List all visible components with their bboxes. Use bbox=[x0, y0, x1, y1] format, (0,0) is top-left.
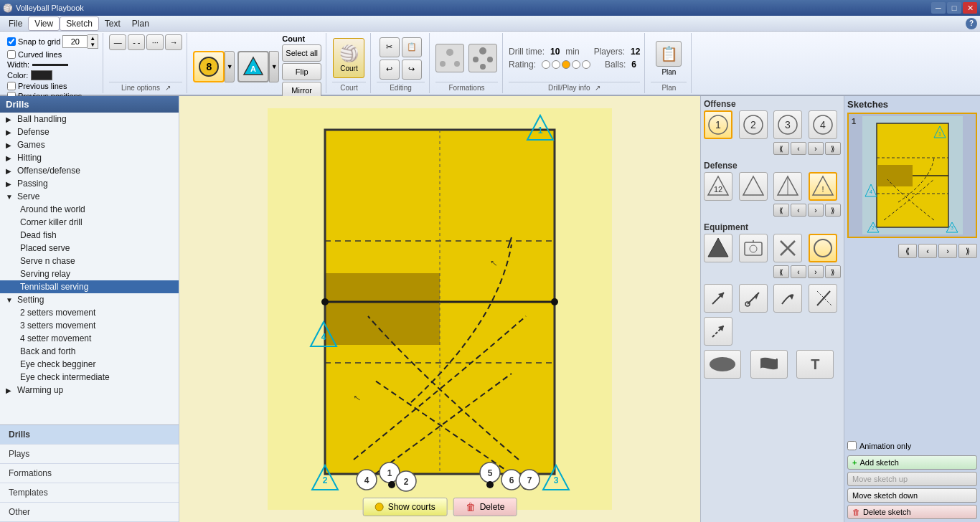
tree-games[interactable]: ▶ Games bbox=[0, 138, 179, 151]
player-3-circle[interactable]: 2 bbox=[396, 471, 416, 491]
defense-icon-3[interactable] bbox=[773, 172, 802, 201]
player-circle-dropdown[interactable]: ▼ bbox=[225, 51, 235, 82]
snap-spinbox[interactable]: 20 ▲ ▼ bbox=[62, 34, 98, 49]
defense-prev[interactable]: ‹ bbox=[791, 204, 806, 217]
shape-flag[interactable] bbox=[750, 350, 788, 379]
equip-first[interactable]: ⟪ bbox=[773, 265, 789, 278]
defense-first[interactable]: ⟪ bbox=[773, 204, 789, 217]
curved-lines-checkbox[interactable]: Curved lines bbox=[7, 50, 62, 59]
tree-dead-fish[interactable]: Dead fish bbox=[0, 229, 179, 242]
tree-4-setter[interactable]: 4 setter movement bbox=[0, 332, 179, 345]
arrow-5[interactable] bbox=[704, 317, 732, 346]
offense-next[interactable]: › bbox=[808, 142, 824, 155]
defense-icon-4[interactable]: ! bbox=[809, 172, 837, 201]
drill-info-expand[interactable]: ↗ bbox=[595, 84, 600, 92]
sketches-next[interactable]: › bbox=[938, 244, 957, 258]
edit-btn-2[interactable]: 📋 bbox=[402, 37, 422, 57]
sketch-thumbnail-1[interactable]: 1 1 bbox=[847, 113, 977, 238]
sidebar-other[interactable]: Other bbox=[0, 503, 179, 522]
offense-icon-1[interactable]: 1 bbox=[704, 110, 732, 139]
equip-icon-4[interactable] bbox=[809, 234, 837, 262]
tree-eye-check-beg[interactable]: Eye check begginer bbox=[0, 358, 179, 371]
defense-icon-1[interactable]: 12 bbox=[704, 172, 732, 201]
sidebar-formations[interactable]: Formations bbox=[0, 464, 179, 483]
line-arrow[interactable]: → bbox=[165, 34, 182, 50]
tree-ball-handling[interactable]: ▶ Ball handling bbox=[0, 113, 179, 125]
player-7-circle[interactable]: 7 bbox=[519, 470, 540, 490]
minimize-btn[interactable]: ─ bbox=[931, 2, 946, 14]
anim-only-checkbox[interactable]: Animation only bbox=[847, 441, 977, 450]
player-triangle-btn[interactable]: A bbox=[237, 51, 269, 82]
tree-serving-relay[interactable]: Serving relay bbox=[0, 267, 179, 280]
formation-icon-2[interactable] bbox=[468, 44, 497, 72]
player-circle-btn[interactable]: 8 bbox=[193, 51, 225, 82]
defense-icon-2[interactable] bbox=[739, 172, 768, 201]
tree-tennisball-serving[interactable]: Tennisball serving bbox=[0, 280, 179, 293]
tree-around-the-world[interactable]: Around the world bbox=[0, 203, 179, 216]
arrow-1[interactable] bbox=[704, 284, 732, 313]
edit-btn-3[interactable]: ↩ bbox=[380, 60, 400, 80]
sidebar-plays[interactable]: Plays bbox=[0, 445, 179, 464]
offense-icon-3[interactable]: 3 bbox=[773, 110, 802, 139]
line-options-expand[interactable]: ↗ bbox=[165, 84, 171, 92]
equip-icon-3[interactable] bbox=[773, 234, 802, 262]
offense-first[interactable]: ⟪ bbox=[773, 142, 789, 155]
formation-icon-1[interactable] bbox=[435, 44, 464, 72]
equip-icon-1[interactable] bbox=[704, 234, 732, 262]
select-all-btn[interactable]: Select all bbox=[282, 44, 321, 62]
equip-icon-2[interactable] bbox=[739, 234, 768, 262]
menu-sketch[interactable]: Sketch bbox=[60, 16, 99, 31]
tree-hitting[interactable]: ▶ Hitting bbox=[0, 151, 179, 164]
edit-btn-4[interactable]: ↪ bbox=[402, 60, 422, 80]
help-icon[interactable]: ? bbox=[966, 18, 977, 29]
player-6-circle[interactable]: 6 bbox=[501, 470, 522, 490]
sketches-last[interactable]: ⟫ bbox=[958, 244, 977, 258]
court-svg[interactable]: 1 4 ↑ ↑ bbox=[268, 108, 612, 510]
edit-btn-1[interactable]: ✂ bbox=[380, 37, 400, 57]
tree-3-setters[interactable]: 3 setters movement bbox=[0, 319, 179, 332]
offense-last[interactable]: ⟫ bbox=[825, 142, 841, 155]
sidebar-templates[interactable]: Templates bbox=[0, 483, 179, 503]
menu-plan[interactable]: Plan bbox=[126, 17, 155, 30]
add-sketch-btn[interactable]: + Add sketch bbox=[847, 455, 977, 470]
tree-serve-n-chase[interactable]: Serve n chase bbox=[0, 255, 179, 267]
plan-btn[interactable]: 📋 Plan bbox=[651, 38, 687, 78]
close-btn[interactable]: ✕ bbox=[963, 2, 977, 14]
equip-last[interactable]: ⟫ bbox=[825, 265, 841, 278]
line-dotted[interactable]: ··· bbox=[146, 34, 164, 50]
offense-icon-4[interactable]: 4 bbox=[809, 110, 837, 139]
player-4-circle[interactable]: 4 bbox=[357, 470, 377, 490]
snap-up[interactable]: ▲ bbox=[88, 35, 98, 42]
tree-2-setters[interactable]: 2 setters movement bbox=[0, 306, 179, 319]
player-triangle-dropdown[interactable]: ▼ bbox=[269, 51, 279, 82]
menu-file[interactable]: File bbox=[3, 17, 28, 30]
color-swatch[interactable] bbox=[31, 70, 52, 80]
snap-to-grid-checkbox[interactable]: Snap to grid 20 ▲ ▼ bbox=[7, 34, 98, 49]
shape-text[interactable]: T bbox=[796, 350, 834, 379]
tree-placed-serve[interactable]: Placed serve bbox=[0, 242, 179, 255]
offense-icon-2[interactable]: 2 bbox=[739, 110, 768, 139]
prev-lines-checkbox[interactable]: Previous lines bbox=[7, 82, 67, 90]
equip-next[interactable]: › bbox=[808, 265, 824, 278]
tree-offense-defense[interactable]: ▶ Offense/defense bbox=[0, 164, 179, 177]
court-area[interactable]: 1 4 ↑ ↑ bbox=[179, 96, 700, 522]
menu-text[interactable]: Text bbox=[99, 17, 126, 30]
menu-view[interactable]: View bbox=[28, 16, 60, 31]
sketches-first[interactable]: ⟪ bbox=[898, 244, 917, 258]
sidebar-drills[interactable]: Drills bbox=[0, 425, 179, 445]
delete-btn[interactable]: 🗑 Delete bbox=[453, 498, 517, 516]
tree-warming-up[interactable]: ▶ Warming up bbox=[0, 384, 179, 397]
show-courts-btn[interactable]: Show courts bbox=[363, 498, 448, 516]
delete-sketch-btn[interactable]: 🗑 Delete sketch bbox=[847, 505, 977, 519]
court-btn[interactable]: 🏐 Court bbox=[333, 38, 364, 78]
maximize-btn[interactable]: □ bbox=[947, 2, 961, 14]
equip-prev[interactable]: ‹ bbox=[791, 265, 806, 278]
tree-back-forth[interactable]: Back and forth bbox=[0, 345, 179, 358]
tree-defense[interactable]: ▶ Defense bbox=[0, 125, 179, 138]
line-dashed[interactable]: - - bbox=[128, 34, 145, 50]
flip-btn[interactable]: Flip bbox=[282, 63, 321, 80]
shape-oval[interactable] bbox=[704, 350, 741, 379]
tree-serve[interactable]: ▼ Serve bbox=[0, 190, 179, 203]
defense-next[interactable]: › bbox=[808, 204, 824, 217]
snap-down[interactable]: ▼ bbox=[88, 42, 98, 48]
